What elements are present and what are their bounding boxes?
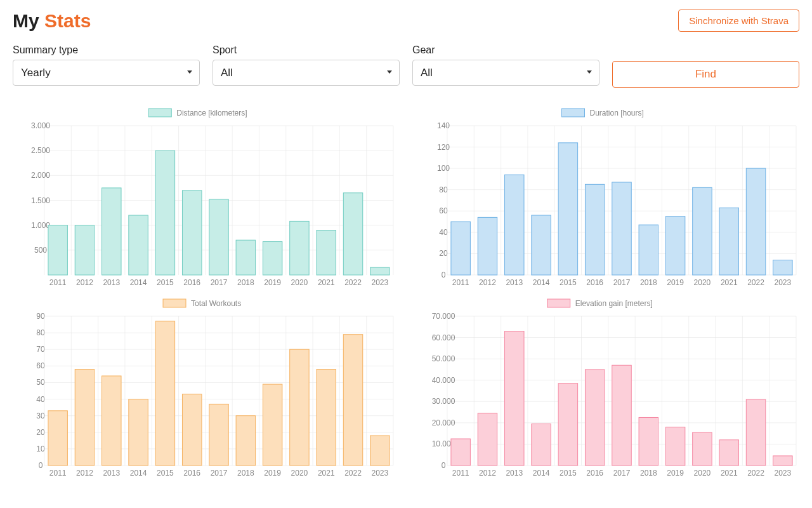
x-tick-label: 2015: [560, 278, 577, 287]
bar[interactable]: [773, 456, 792, 465]
y-tick-label: 40: [439, 228, 448, 237]
y-tick-label: 20.000: [432, 418, 455, 427]
bar[interactable]: [155, 321, 174, 465]
summary-type-select[interactable]: Yearly: [13, 60, 200, 86]
bar[interactable]: [532, 424, 551, 465]
bar[interactable]: [665, 217, 684, 275]
gear-select[interactable]: All: [412, 60, 599, 86]
bar[interactable]: [639, 225, 658, 275]
x-tick-label: 2023: [774, 278, 791, 287]
x-tick-label: 2011: [49, 469, 67, 478]
chart-elevation: Elevation gain [meters]010.00020.00030.0…: [416, 297, 799, 481]
x-tick-label: 2022: [747, 469, 764, 478]
bar[interactable]: [48, 411, 67, 465]
bar[interactable]: [746, 168, 765, 275]
y-tick-label: 1.000: [31, 221, 50, 230]
bar[interactable]: [129, 215, 148, 275]
bar[interactable]: [585, 370, 604, 465]
bar[interactable]: [343, 193, 362, 275]
bar[interactable]: [612, 365, 631, 465]
x-tick-label: 2022: [344, 278, 362, 287]
x-tick-label: 2014: [130, 469, 147, 478]
bar[interactable]: [505, 175, 524, 275]
bar[interactable]: [317, 231, 336, 276]
bar[interactable]: [639, 417, 658, 465]
bar[interactable]: [75, 370, 94, 465]
bar[interactable]: [370, 267, 390, 275]
x-tick-label: 2020: [291, 278, 308, 287]
y-tick-label: 3.000: [31, 121, 50, 130]
x-tick-label: 2017: [211, 469, 228, 478]
bar[interactable]: [155, 150, 174, 275]
x-tick-label: 2018: [237, 469, 254, 478]
summary-type-filter: Summary type Yearly: [13, 44, 200, 88]
y-tick-label: 500: [34, 246, 47, 255]
legend-label: Duration [hours]: [590, 109, 644, 117]
bar[interactable]: [182, 190, 201, 275]
bar[interactable]: [746, 399, 765, 465]
y-tick-label: 90: [36, 312, 45, 321]
legend-label: Total Workouts: [191, 299, 241, 308]
bar[interactable]: [532, 215, 551, 275]
bar[interactable]: [236, 416, 255, 465]
bar[interactable]: [75, 225, 94, 275]
bar[interactable]: [719, 440, 738, 465]
bar[interactable]: [290, 349, 309, 465]
bar[interactable]: [370, 436, 390, 465]
bar[interactable]: [209, 404, 228, 465]
bar[interactable]: [478, 413, 497, 465]
filters-row: Summary type Yearly Sport All Gear All F…: [13, 44, 799, 88]
bar[interactable]: [48, 225, 67, 275]
bar[interactable]: [129, 399, 148, 465]
y-tick-label: 20: [439, 249, 448, 258]
bar[interactable]: [263, 384, 282, 465]
y-tick-label: 2.000: [31, 171, 50, 180]
bar[interactable]: [451, 222, 470, 275]
bar[interactable]: [773, 260, 792, 276]
x-tick-label: 2013: [103, 469, 120, 478]
page-title: My Stats: [13, 10, 91, 32]
x-tick-label: 2013: [506, 278, 523, 287]
bar[interactable]: [585, 184, 604, 275]
sync-strava-button[interactable]: Sinchronize with Strava: [678, 10, 799, 32]
bar[interactable]: [182, 394, 201, 465]
legend-swatch: [547, 299, 570, 307]
x-tick-label: 2014: [130, 278, 147, 287]
legend-swatch: [163, 299, 186, 307]
title-my: My: [13, 10, 44, 31]
x-tick-label: 2012: [76, 469, 93, 478]
sport-label: Sport: [213, 44, 400, 56]
y-tick-label: 120: [437, 143, 450, 152]
bar[interactable]: [505, 331, 524, 466]
bar[interactable]: [451, 439, 470, 465]
summary-type-label: Summary type: [13, 44, 200, 56]
bar[interactable]: [612, 182, 631, 275]
x-tick-label: 2023: [774, 469, 791, 478]
find-button[interactable]: Find: [612, 61, 799, 88]
bar[interactable]: [719, 208, 738, 275]
x-tick-label: 2020: [694, 278, 711, 287]
x-tick-label: 2013: [506, 469, 523, 478]
bar[interactable]: [102, 376, 121, 465]
x-tick-label: 2015: [157, 278, 174, 287]
bar[interactable]: [343, 335, 362, 465]
bar[interactable]: [263, 242, 282, 275]
bar[interactable]: [558, 384, 577, 465]
bar[interactable]: [102, 188, 121, 275]
x-tick-label: 2017: [211, 278, 228, 287]
x-tick-label: 2019: [667, 469, 684, 478]
x-tick-label: 2013: [103, 278, 120, 287]
bar[interactable]: [558, 143, 577, 275]
bar[interactable]: [665, 427, 684, 465]
x-tick-label: 2017: [613, 278, 631, 287]
x-tick-label: 2021: [318, 278, 335, 287]
bar[interactable]: [290, 221, 309, 275]
bar[interactable]: [478, 217, 497, 275]
sport-select[interactable]: All: [213, 60, 400, 86]
x-tick-label: 2017: [613, 469, 631, 478]
bar[interactable]: [236, 240, 255, 275]
bar[interactable]: [693, 187, 712, 275]
bar[interactable]: [209, 199, 228, 275]
bar[interactable]: [693, 432, 712, 465]
bar[interactable]: [317, 370, 336, 465]
